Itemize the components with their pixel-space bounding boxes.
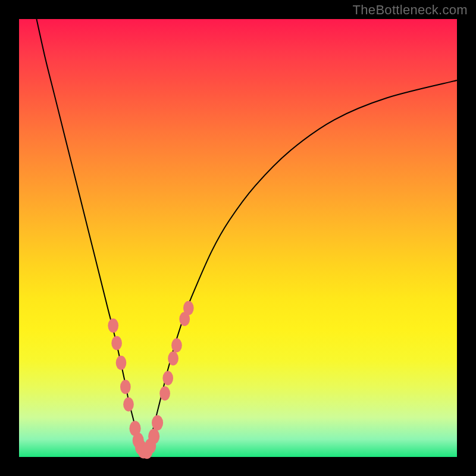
curve-mark bbox=[123, 397, 134, 412]
plot-area bbox=[19, 19, 457, 457]
curve-mark bbox=[152, 415, 163, 431]
curve-mark bbox=[116, 356, 127, 370]
outer-frame: TheBottleneck.com bbox=[0, 0, 476, 476]
curve-mark bbox=[162, 371, 173, 386]
curve-mark bbox=[168, 351, 178, 365]
curve-mark bbox=[183, 301, 194, 315]
curve-mark bbox=[120, 380, 131, 394]
curve-mark bbox=[108, 318, 118, 333]
curve-mark bbox=[111, 336, 122, 350]
watermark-text: TheBottleneck.com bbox=[353, 2, 468, 18]
bottleneck-curve bbox=[36, 19, 457, 453]
curve-mark bbox=[171, 338, 182, 352]
curve-mark bbox=[148, 428, 159, 444]
curve-mark bbox=[159, 386, 170, 400]
chart-svg bbox=[19, 19, 457, 457]
